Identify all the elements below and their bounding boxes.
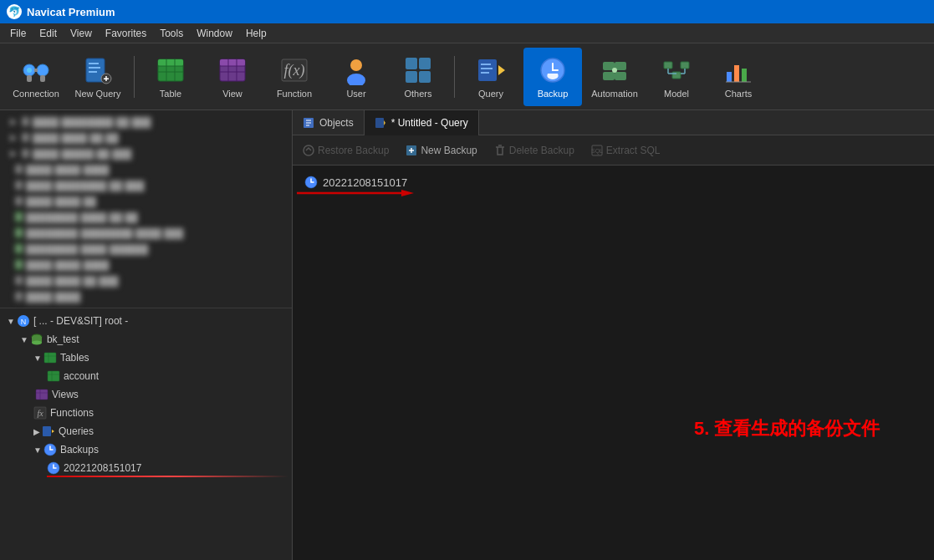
svg-rect-51 (727, 72, 732, 82)
sidebar-item-account[interactable]: account (3, 367, 288, 385)
extract-sql-btn[interactable]: SQL Extract SQL (588, 143, 664, 158)
new-backup-label: New Backup (421, 145, 477, 156)
view-icon (217, 55, 248, 85)
svg-rect-63 (48, 371, 59, 381)
user-icon (341, 55, 371, 85)
svg-point-59 (32, 341, 42, 345)
toolbar-connection[interactable]: Connection (7, 48, 65, 106)
menu-file[interactable]: File (3, 26, 33, 41)
red-arrow-annotation (297, 189, 414, 197)
sidebar-blurred-9: ⊞ ████████ ████ ██████ (7, 241, 285, 257)
toolbar-new-query[interactable]: New Query (69, 48, 127, 106)
backups-arrow: ▼ (33, 445, 42, 455)
svg-rect-7 (89, 63, 99, 64)
svg-point-27 (350, 59, 362, 71)
restore-backup-btn[interactable]: Restore Backup (299, 143, 392, 158)
sidebar-item-views[interactable]: Views (3, 385, 288, 404)
svg-rect-14 (158, 59, 183, 66)
sidebar-database[interactable]: ▼ bk_test (3, 330, 288, 349)
svg-rect-32 (419, 71, 431, 83)
new-backup-icon (406, 145, 417, 156)
toolbar-function[interactable]: f(x) Function (265, 48, 324, 106)
sidebar-item-queries[interactable]: ▶ Queries (3, 422, 288, 440)
svg-point-28 (347, 74, 365, 85)
new-backup-btn[interactable]: New Backup (402, 143, 480, 158)
query-tab-icon (375, 117, 386, 129)
tab-untitled-query-label: * Untitled - Query (391, 117, 468, 129)
svg-rect-36 (481, 68, 493, 69)
others-label: Others (404, 89, 431, 99)
tables-expand-arrow: ▼ (33, 354, 42, 363)
svg-rect-37 (481, 72, 489, 74)
svg-rect-53 (742, 69, 747, 82)
svg-rect-42 (615, 72, 626, 80)
toolbar-view[interactable]: View (203, 48, 262, 106)
charts-label: Charts (725, 89, 752, 99)
functions-label: Functions (50, 407, 94, 419)
svg-point-3 (27, 68, 32, 73)
delete-backup-btn[interactable]: Delete Backup (491, 143, 578, 158)
toolbar-separator-1 (134, 56, 135, 98)
sidebar-blurred-11: ⊞ ████ ████ ██ ███ (7, 272, 285, 288)
tab-objects-label: Objects (319, 117, 354, 129)
backup-icon (538, 55, 568, 85)
svg-rect-5 (40, 75, 45, 82)
svg-text:f(x): f(x) (284, 62, 305, 79)
connection-name: [ ... - DEV&SIT] root - (33, 315, 128, 327)
svg-text:SQL: SQL (591, 148, 603, 155)
tab-objects[interactable]: Objects (293, 110, 365, 135)
sidebar-blurred-10: ⊞ ████ ████ ████ (7, 257, 285, 272)
delete-icon (494, 145, 506, 156)
svg-text:fx: fx (37, 409, 43, 418)
svg-rect-45 (681, 62, 689, 69)
menu-edit[interactable]: Edit (33, 26, 64, 41)
model-label: Model (664, 89, 689, 99)
model-icon (661, 55, 692, 85)
main-toolbar: Connection New Query (0, 43, 934, 110)
svg-point-81 (304, 145, 314, 155)
sidebar: ▶ ⊞ ████ ████████ ██ ███ ▶ ⊞ ████ ████ █… (0, 110, 293, 560)
toolbar-others[interactable]: Others (389, 48, 447, 106)
toolbar-user[interactable]: User (327, 48, 385, 106)
svg-rect-33 (478, 59, 497, 81)
backup-label: Backup (538, 89, 569, 99)
svg-rect-30 (419, 58, 431, 69)
toolbar-model[interactable]: Model (647, 48, 706, 106)
svg-rect-31 (406, 71, 417, 83)
sidebar-backup-item[interactable]: 20221208151017 (3, 459, 288, 477)
svg-marker-34 (498, 65, 505, 75)
view-label: View (222, 89, 242, 99)
svg-rect-20 (220, 59, 245, 66)
svg-rect-29 (406, 58, 417, 69)
toolbar-table[interactable]: Table (141, 48, 200, 106)
sidebar-connection[interactable]: ▼ N [ ... - DEV&SIT] root - (3, 312, 288, 330)
content-area: Objects * Untitled - Query Restore Backu… (293, 110, 934, 560)
account-label: account (64, 370, 99, 382)
database-name: bk_test (47, 333, 79, 345)
menu-help[interactable]: Help (239, 26, 273, 41)
connection-label: Connection (13, 89, 59, 99)
queries-label: Queries (59, 425, 94, 437)
sidebar-blurred-3: ▶ ⊞ ████ █████ ██ ███ (7, 145, 285, 161)
toolbar-query[interactable]: Query (462, 48, 520, 106)
menu-bar: File Edit View Favorites Tools Window He… (0, 23, 934, 43)
sidebar-item-functions[interactable]: fx Functions (3, 404, 288, 422)
svg-rect-52 (734, 65, 739, 82)
menu-tools[interactable]: Tools (153, 26, 190, 41)
svg-point-1 (37, 64, 48, 76)
toolbar-backup[interactable]: Backup (523, 48, 582, 106)
svg-point-43 (612, 68, 617, 73)
menu-view[interactable]: View (64, 26, 99, 41)
sidebar-blurred-8: ⊞ ████████ ████████ ████ ███ (7, 225, 285, 241)
menu-favorites[interactable]: Favorites (99, 26, 153, 41)
others-icon (403, 55, 433, 85)
toolbar-automation[interactable]: Automation (585, 48, 644, 106)
sidebar-item-backups[interactable]: ▼ Backups (3, 440, 288, 459)
extract-icon: SQL (591, 145, 603, 156)
backups-label: Backups (60, 444, 99, 456)
main-layout: ▶ ⊞ ████ ████████ ██ ███ ▶ ⊞ ████ ████ █… (0, 110, 934, 560)
sidebar-item-tables[interactable]: ▼ Tables (3, 349, 288, 367)
tab-untitled-query[interactable]: * Untitled - Query (365, 110, 479, 135)
toolbar-charts[interactable]: Charts (709, 48, 768, 106)
menu-window[interactable]: Window (190, 26, 239, 41)
